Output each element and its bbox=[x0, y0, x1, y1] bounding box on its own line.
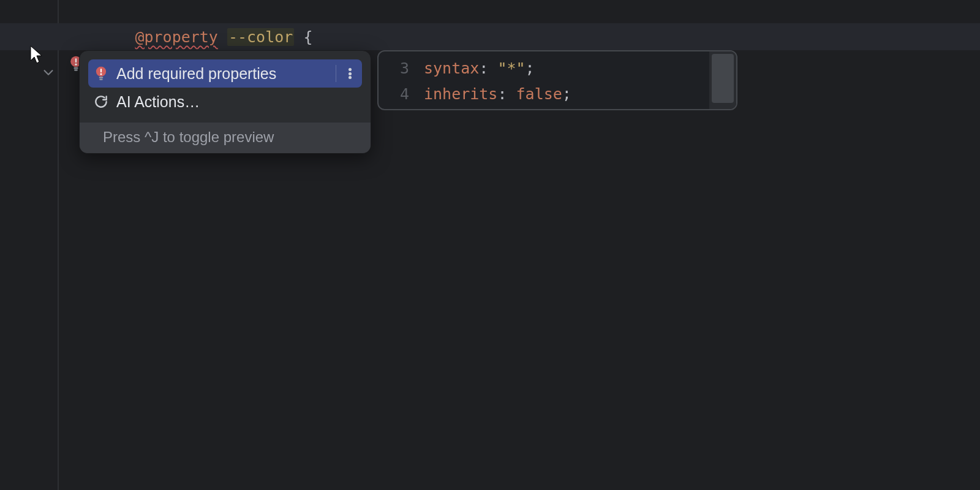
intention-footer-hint: Press ^J to toggle preview bbox=[80, 122, 371, 153]
svg-rect-1 bbox=[75, 58, 77, 62]
preview-line-number: 4 bbox=[379, 85, 415, 103]
token-keyword: false bbox=[516, 85, 562, 103]
preview-line: 3 syntax: "*"; bbox=[379, 55, 709, 81]
token-string: "*" bbox=[497, 59, 525, 77]
svg-rect-8 bbox=[99, 77, 104, 78]
code-line[interactable]: @property --color { bbox=[0, 23, 980, 50]
token-punc: : bbox=[497, 85, 516, 103]
token-punc: ; bbox=[526, 59, 535, 77]
separator bbox=[336, 65, 336, 82]
preview-scrollbar[interactable] bbox=[709, 51, 736, 109]
svg-rect-3 bbox=[74, 67, 78, 69]
scrollbar-thumb[interactable] bbox=[712, 54, 734, 103]
svg-rect-9 bbox=[99, 79, 102, 80]
gutter-cell[interactable] bbox=[0, 30, 59, 43]
more-options-icon[interactable] bbox=[344, 66, 356, 81]
intention-item-label: AI Actions… bbox=[116, 93, 356, 111]
token-punc: : bbox=[479, 59, 497, 77]
preview-text: syntax: "*"; bbox=[415, 59, 535, 77]
svg-point-2 bbox=[75, 64, 77, 66]
intention-item-add-required[interactable]: Add required properties bbox=[88, 59, 362, 88]
intention-preview-panel: 3 syntax: "*"; 4 inherits: false; bbox=[377, 50, 737, 110]
preview-line: 4 inherits: false; bbox=[379, 81, 709, 107]
token-space bbox=[294, 28, 303, 46]
preview-code: 3 syntax: "*"; 4 inherits: false; bbox=[379, 51, 709, 109]
ai-refresh-icon bbox=[93, 94, 109, 110]
bulb-error-icon bbox=[93, 66, 109, 81]
token-atrule: @property bbox=[135, 28, 217, 46]
token-punc: ; bbox=[562, 85, 571, 103]
preview-text: inherits: false; bbox=[415, 85, 571, 103]
token-space bbox=[218, 28, 227, 46]
svg-rect-4 bbox=[74, 69, 78, 70]
intention-popup: Add required properties AI Actions… Pres… bbox=[79, 50, 371, 154]
token-brace: { bbox=[303, 28, 312, 46]
intention-list: Add required properties AI Actions… bbox=[80, 51, 371, 122]
svg-point-7 bbox=[100, 74, 102, 75]
svg-rect-6 bbox=[100, 69, 102, 73]
token-property: inherits bbox=[424, 85, 497, 103]
token-identifier: --color bbox=[227, 28, 294, 46]
code-editor[interactable]: @property --color { } bbox=[0, 0, 980, 490]
intention-item-label: Add required properties bbox=[116, 65, 327, 83]
token-property: syntax bbox=[424, 59, 479, 77]
preview-line-number: 3 bbox=[379, 59, 415, 77]
chevron-down-icon[interactable] bbox=[42, 30, 55, 43]
intention-item-ai-actions[interactable]: AI Actions… bbox=[88, 88, 362, 116]
